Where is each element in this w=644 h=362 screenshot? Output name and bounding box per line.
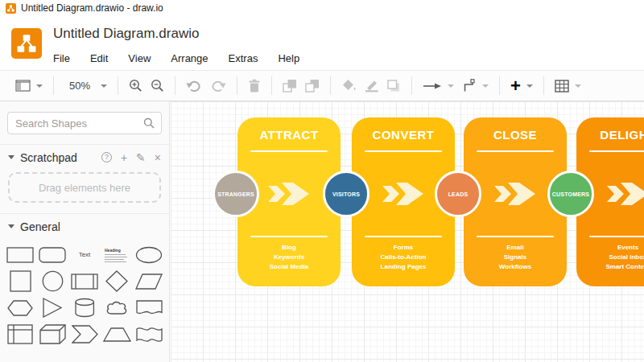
connector-elbow-icon (462, 79, 477, 93)
stage-tactics: Events Social Inbox Smart Content (580, 243, 644, 272)
chevron-down-icon (36, 84, 43, 88)
shape-text[interactable]: Text (68, 241, 101, 268)
shape-circle[interactable] (36, 268, 68, 294)
redo-button[interactable] (206, 75, 230, 97)
connection-style-button[interactable] (419, 75, 458, 97)
add-icon[interactable]: + (121, 152, 127, 163)
to-back-button[interactable] (301, 75, 324, 97)
shape-triangle[interactable] (36, 294, 68, 321)
line-color-button[interactable] (361, 75, 383, 97)
scratchpad-actions: ? + ✎ × (101, 152, 161, 163)
zoom-level-dropdown[interactable]: 50% (60, 75, 111, 97)
shape-rectangle[interactable] (4, 241, 36, 268)
scratchpad-hint: Drag elements here (39, 182, 130, 194)
chevron-down-icon (448, 84, 454, 88)
edit-pencil-icon[interactable]: ✎ (136, 152, 146, 163)
persona-strangers[interactable]: STRANGERS (213, 171, 259, 217)
toolbar-divider (499, 76, 500, 95)
chevron-down-icon (526, 84, 533, 88)
scratchpad-label: Scratchpad (20, 151, 77, 164)
arrow-icon (493, 180, 538, 208)
app-header: Untitled Diagram.drawio File Edit View A… (0, 16, 644, 70)
view-panels-button[interactable] (11, 75, 47, 97)
diagram-canvas[interactable]: ATTRACT Blog Keywords Social Media CONVE… (171, 101, 644, 362)
trash-icon (248, 79, 261, 93)
toolbar-divider (411, 76, 412, 95)
undo-button[interactable] (182, 75, 206, 97)
toolbar-divider (53, 76, 54, 95)
search-shapes-row (0, 101, 169, 145)
shape-tape[interactable] (133, 321, 165, 348)
arrow-right-icon (423, 82, 442, 90)
zoom-out-button[interactable] (147, 75, 168, 97)
stage-title: ATTRACT (237, 128, 341, 142)
shadow-button[interactable] (383, 75, 405, 97)
redo-icon (210, 80, 226, 92)
shape-square[interactable] (4, 268, 36, 294)
collapse-arrow-icon (8, 224, 14, 228)
document-title: Untitled Diagram.drawio (53, 26, 199, 42)
shape-cube[interactable] (36, 321, 68, 348)
stage-tactics: Blog Keywords Social Media (241, 243, 337, 272)
stage-tactic: Keywords (241, 253, 337, 262)
search-icon (143, 117, 155, 132)
shape-cylinder[interactable] (68, 294, 101, 321)
shape-hexagon[interactable] (4, 294, 36, 321)
collapse-arrow-icon (8, 155, 14, 159)
scratchpad-header[interactable]: Scratchpad ? + ✎ × (0, 145, 169, 170)
stage-tactic: Calls-to-Action (355, 253, 452, 262)
menu-extras[interactable]: Extras (229, 52, 258, 64)
bring-to-front-icon (283, 79, 297, 93)
stage-title: CLOSE (464, 128, 567, 142)
shape-trapezoid[interactable] (101, 321, 133, 348)
stage-tactic: Events (580, 243, 644, 253)
search-shapes-input[interactable] (7, 112, 162, 134)
close-icon[interactable]: × (155, 152, 161, 163)
shape-parallelogram[interactable] (133, 268, 165, 294)
menu-arrange[interactable]: Arrange (171, 52, 208, 64)
table-button[interactable] (551, 75, 585, 97)
shape-step[interactable] (68, 321, 101, 348)
toolbar-divider (175, 76, 175, 95)
scratchpad-drop-zone[interactable]: Drag elements here (8, 172, 161, 203)
stage-tactic: Landing Pages (355, 262, 452, 272)
menu-help[interactable]: Help (278, 52, 299, 64)
stage-tactics: Forms Calls-to-Action Landing Pages (355, 243, 452, 272)
help-icon[interactable]: ? (101, 152, 112, 162)
shadow-icon (387, 80, 401, 93)
persona-customers[interactable]: CUSTOMERS (547, 171, 594, 217)
insert-button[interactable]: + (506, 75, 537, 97)
to-front-button[interactable] (279, 75, 301, 97)
chevron-down-icon (101, 84, 107, 88)
persona-visitors[interactable]: VISITORS (323, 171, 369, 217)
zoom-out-icon (151, 79, 164, 93)
general-section-header[interactable]: General (0, 214, 169, 239)
shape-rounded-rectangle[interactable] (36, 241, 68, 268)
stage-divider (250, 150, 328, 152)
zoom-in-button[interactable] (125, 75, 147, 97)
shape-cloud[interactable] (101, 294, 133, 321)
shape-ellipse[interactable] (133, 241, 165, 268)
menu-file[interactable]: File (53, 52, 70, 64)
stage-divider (250, 236, 328, 237)
window-title-bar: Untitled Diagram.drawio - draw.io (0, 0, 644, 16)
menu-view[interactable]: View (128, 52, 151, 64)
stage-tactic: Blog (241, 243, 337, 253)
shape-process[interactable] (68, 268, 101, 294)
shape-internal-storage[interactable] (4, 321, 36, 348)
fill-color-button[interactable] (337, 75, 361, 97)
shape-heading-textbox[interactable]: Heading (101, 241, 133, 268)
persona-leads[interactable]: LEADS (435, 171, 481, 217)
arrow-icon (605, 180, 644, 208)
shape-document[interactable] (133, 294, 165, 321)
stage-divider (365, 236, 442, 237)
stage-tactic: Social Inbox (580, 253, 644, 262)
delete-button[interactable] (244, 75, 265, 97)
stage-divider (365, 150, 442, 152)
shape-diamond[interactable] (101, 268, 133, 294)
zoom-in-icon (129, 79, 142, 93)
arrow-icon (381, 180, 426, 208)
toolbar-divider (543, 76, 544, 95)
menu-edit[interactable]: Edit (90, 52, 108, 64)
waypoint-style-button[interactable] (458, 75, 493, 97)
